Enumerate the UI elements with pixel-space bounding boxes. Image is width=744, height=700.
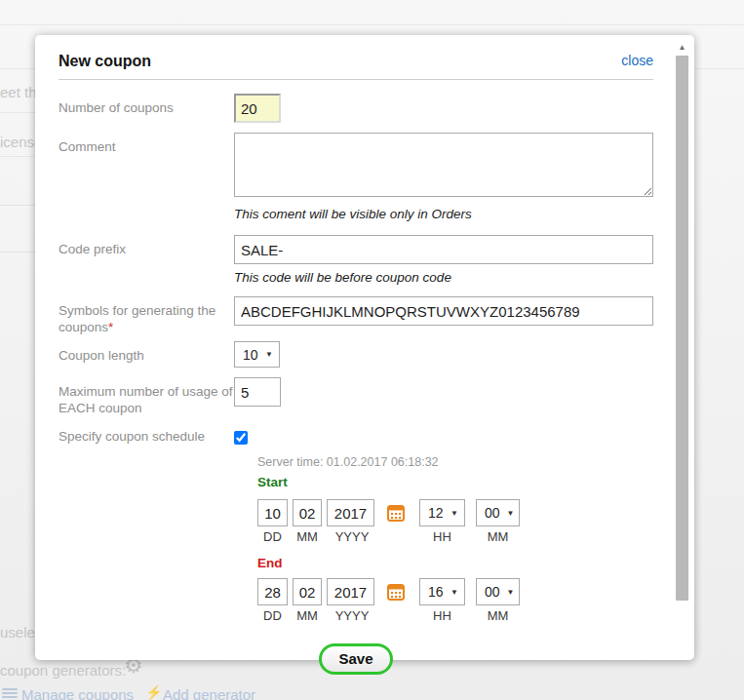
end-year-field: YYYY: [327, 578, 377, 623]
end-hour-select[interactable]: 16 ▼: [419, 578, 465, 605]
save-button[interactable]: Save: [319, 643, 392, 675]
form-row-code-prefix: Code prefix This code will be before cou…: [59, 235, 653, 285]
max-usage-input[interactable]: [234, 377, 281, 407]
schedule-toggle-label: Specify coupon schedule: [59, 424, 234, 445]
required-asterisk: *: [108, 320, 113, 334]
start-minute-select[interactable]: 00 ▼: [476, 499, 520, 526]
modal-title: New coupon: [59, 53, 151, 70]
list-icon: [2, 688, 18, 700]
chevron-down-icon: ▼: [507, 588, 515, 597]
scrollbar-thumb[interactable]: [676, 56, 688, 601]
number-of-coupons-label: Number of coupons: [59, 94, 234, 116]
end-day-field: DD: [257, 578, 288, 623]
add-generator-link[interactable]: Add generator: [163, 686, 255, 700]
coupon-length-select[interactable]: 10 ▼: [234, 341, 280, 368]
chevron-down-icon: ▼: [450, 588, 458, 597]
close-link[interactable]: close: [621, 53, 653, 68]
max-usage-label: Maximum number of usage of EACH coupon: [59, 377, 234, 416]
scrollbar-up-arrow-icon[interactable]: ▲: [676, 41, 688, 54]
chevron-down-icon: ▼: [507, 509, 515, 518]
lightning-icon: ⚡: [145, 684, 162, 700]
start-day-input[interactable]: [257, 499, 288, 526]
minute-column-label: MM: [488, 608, 509, 623]
form-row-schedule-toggle: Specify coupon schedule: [59, 424, 653, 448]
end-calendar-button[interactable]: [386, 578, 406, 605]
start-month-field: MM: [293, 499, 322, 544]
schedule-checkbox[interactable]: [234, 431, 248, 445]
coupon-length-label: Coupon length: [59, 341, 234, 364]
form-row-symbols: Symbols for generating the coupons*: [59, 296, 653, 335]
comment-label: Comment: [59, 133, 234, 155]
symbols-input[interactable]: [234, 296, 653, 326]
start-year-input[interactable]: [327, 499, 374, 526]
end-minute-select[interactable]: 00 ▼: [476, 578, 520, 605]
chevron-down-icon: ▼: [450, 509, 458, 518]
calendar-icon: [386, 503, 406, 523]
form-row-comment: Comment This coment will be visible only…: [59, 133, 653, 221]
month-column-label: MM: [296, 529, 318, 544]
start-day-field: DD: [257, 499, 288, 544]
end-year-input[interactable]: [327, 578, 374, 605]
day-column-label: DD: [263, 529, 282, 544]
schedule-section: Server time: 01.02.2017 06:18:32 Start D…: [257, 455, 653, 623]
background-divider: [0, 24, 744, 25]
form-row-max-usage: Maximum number of usage of EACH coupon: [59, 377, 653, 416]
calendar-icon: [386, 582, 406, 602]
server-time-text: Server time: 01.02.2017 06:18:32: [257, 455, 653, 469]
start-calendar-button[interactable]: [386, 499, 406, 526]
background-text-fragment: eet th: [0, 84, 37, 100]
end-date-row: DD MM YYYY: [257, 578, 653, 623]
symbols-label: Symbols for generating the coupons*: [59, 296, 234, 335]
start-hour-select[interactable]: 12 ▼: [419, 499, 465, 526]
end-month-input[interactable]: [293, 578, 322, 605]
modal-header: New coupon close: [59, 53, 653, 70]
form-row-coupon-length: Coupon length 10 ▼: [59, 341, 653, 368]
form-row-number-of-coupons: Number of coupons: [59, 94, 653, 123]
new-coupon-modal: New coupon close Number of coupons Comme…: [35, 35, 694, 660]
hour-column-label: HH: [433, 608, 451, 623]
hour-column-label: HH: [433, 529, 451, 544]
chevron-down-icon: ▼: [265, 350, 273, 359]
comment-textarea[interactable]: [234, 133, 653, 197]
day-column-label: DD: [263, 608, 282, 623]
code-prefix-label: Code prefix: [59, 235, 234, 257]
end-month-field: MM: [293, 578, 322, 623]
start-month-input[interactable]: [293, 499, 322, 526]
code-prefix-input[interactable]: [234, 235, 653, 264]
end-minute-field: 00 ▼ MM: [476, 578, 520, 623]
start-minute-field: 00 ▼ MM: [476, 499, 520, 544]
start-heading: Start: [257, 475, 653, 489]
start-date-row: DD MM YYYY: [257, 499, 653, 544]
start-hour-field: 12 ▼ HH: [419, 499, 465, 544]
modal-scrollbar: ▲: [676, 41, 688, 655]
start-year-field: YYYY: [327, 499, 377, 544]
number-of-coupons-input[interactable]: [234, 94, 281, 123]
manage-coupons-link[interactable]: Manage coupons: [21, 686, 134, 700]
month-column-label: MM: [296, 608, 318, 623]
end-day-input[interactable]: [257, 578, 288, 605]
header-divider: [59, 79, 653, 80]
minute-column-label: MM: [488, 529, 509, 544]
year-column-label: YYYY: [335, 529, 370, 544]
background-text-fragment: usele: [0, 624, 35, 641]
end-hour-field: 16 ▼ HH: [419, 578, 465, 623]
end-heading: End: [257, 556, 653, 570]
code-prefix-note: This code will be before coupon code: [234, 270, 653, 285]
comment-note: This coment will be visible only in Orde…: [234, 207, 653, 221]
year-column-label: YYYY: [335, 608, 370, 623]
